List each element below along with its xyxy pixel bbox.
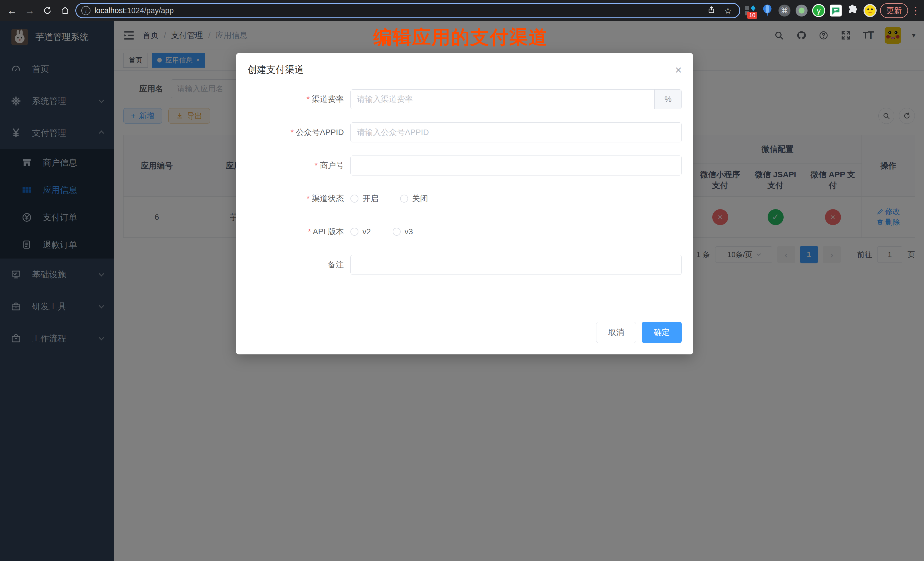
field-channel-rate: 渠道费率 %: [236, 89, 693, 109]
forward-icon[interactable]: →: [22, 3, 37, 18]
cancel-button[interactable]: 取消: [596, 322, 636, 343]
extensions-puzzle-icon[interactable]: [846, 3, 860, 18]
rate-label: 渠道费率: [236, 94, 344, 105]
field-merchant-id: 商户号: [236, 156, 693, 176]
rate-input[interactable]: [351, 90, 654, 109]
annotation-text: 编辑应用的支付渠道: [373, 24, 548, 50]
radio-api-v3[interactable]: v3: [393, 227, 413, 236]
radio-icon: [400, 195, 408, 202]
radio-api-v2[interactable]: v2: [350, 227, 371, 236]
radio-icon: [350, 228, 358, 236]
site-info-icon[interactable]: i: [81, 6, 90, 15]
create-channel-dialog: 创建支付渠道 × 渠道费率 % 公众号APPID 商户号 渠道状态 开启 关闭: [236, 53, 693, 354]
radio-icon: [393, 228, 400, 236]
radio-status-closed[interactable]: 关闭: [400, 193, 428, 204]
address-bar[interactable]: i localhost:1024/pay/app ☆: [75, 3, 740, 18]
extension-badge: 10: [747, 12, 758, 19]
radio-icon: [350, 195, 358, 202]
home-icon[interactable]: [58, 3, 72, 18]
appid-input[interactable]: [350, 122, 682, 142]
dialog-title: 创建支付渠道: [248, 63, 304, 76]
reload-icon[interactable]: [40, 3, 55, 18]
back-icon[interactable]: ←: [4, 3, 20, 18]
extension-record-icon[interactable]: [795, 3, 809, 18]
field-api-version: API 版本 v2 v3: [236, 222, 693, 242]
bookmark-star-icon[interactable]: ☆: [722, 6, 734, 16]
merchant-id-label: 商户号: [236, 160, 344, 171]
appid-label: 公众号APPID: [236, 127, 344, 138]
remark-input[interactable]: [350, 255, 682, 275]
dialog-close-icon[interactable]: ×: [675, 64, 682, 76]
merchant-id-input[interactable]: [350, 156, 682, 176]
extension-command-icon[interactable]: ⌘: [777, 3, 792, 18]
confirm-button[interactable]: 确定: [642, 322, 682, 343]
field-remark: 备注: [236, 255, 693, 275]
extension-y-icon[interactable]: y: [812, 3, 826, 18]
channel-status-label: 渠道状态: [236, 193, 344, 204]
remark-label: 备注: [236, 260, 344, 270]
extension-balloon-icon[interactable]: [760, 3, 774, 18]
extension-chat-icon[interactable]: [829, 3, 843, 18]
svg-text:⌘: ⌘: [780, 6, 788, 15]
chrome-update-button[interactable]: 更新: [880, 3, 908, 18]
percent-suffix: %: [654, 90, 681, 109]
url-text: localhost:1024/pay/app: [94, 6, 701, 15]
api-version-label: API 版本: [236, 226, 344, 237]
extension-tasks-icon[interactable]: 10: [743, 3, 758, 18]
browser-menu-icon[interactable]: ⋮: [911, 5, 920, 16]
field-channel-status: 渠道状态 开启 关闭: [236, 189, 693, 208]
radio-status-open[interactable]: 开启: [350, 193, 378, 204]
share-icon[interactable]: [705, 6, 718, 16]
field-appid: 公众号APPID: [236, 122, 693, 142]
profile-avatar-icon[interactable]: [863, 3, 877, 18]
svg-text:y: y: [817, 6, 821, 15]
browser-toolbar: ← → i localhost:1024/pay/app ☆ 10 ⌘ y 更新…: [0, 0, 924, 21]
